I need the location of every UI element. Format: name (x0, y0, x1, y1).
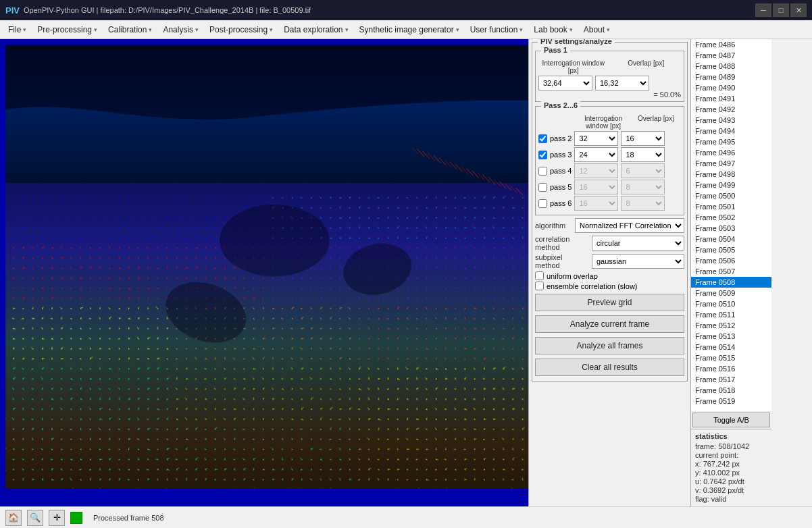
frame-item[interactable]: Frame 0519 (691, 396, 771, 406)
pass5-row: pass 5 16 8 (538, 180, 681, 194)
frame-item[interactable]: Frame 0503 (691, 223, 771, 234)
clear-all-button[interactable]: Clear all results (535, 359, 684, 376)
frame-item[interactable]: Frame 0515 (691, 352, 771, 363)
frame-item[interactable]: Frame 0508 (691, 277, 771, 288)
pass1-overlap-pct: = 50.0% (538, 90, 681, 99)
preview-grid-button[interactable]: Preview grid (535, 294, 684, 311)
frame-item[interactable]: Frame 0491 (691, 93, 771, 104)
frame-item[interactable]: Frame 0506 (691, 255, 771, 266)
piv-settings-title: PIV settings/analyze (538, 39, 615, 45)
pass2to6-title: Pass 2...6 (541, 101, 580, 109)
analyze-all-button[interactable]: Analyze all frames (535, 337, 684, 354)
menu-about[interactable]: About ▾ (578, 22, 615, 37)
algorithm-select[interactable]: Normalized FFT Correlation Direct Correl… (575, 218, 684, 233)
pass1-interr-select[interactable]: 32,64 (538, 76, 592, 90)
frame-item[interactable]: Frame 0512 (691, 320, 771, 331)
frame-item[interactable]: Frame 0498 (691, 169, 771, 180)
frame-item[interactable]: Frame 0492 (691, 104, 771, 115)
search-icon[interactable]: 🔍 (27, 510, 43, 526)
pass3-checkbox[interactable] (538, 151, 547, 159)
pass6-overlap-select[interactable]: 8 (621, 196, 665, 211)
menu-lab-book-arrow: ▾ (569, 26, 573, 33)
pass3-row: pass 3 24 18 (538, 147, 681, 162)
menu-user-function-arrow: ▾ (519, 26, 523, 33)
frame-item[interactable]: Frame 0493 (691, 115, 771, 126)
pass3-overlap-select[interactable]: 18 (621, 147, 665, 162)
pass6-checkbox[interactable] (538, 199, 547, 208)
frame-item[interactable]: Frame 0494 (691, 126, 771, 136)
frame-item[interactable]: Frame 0502 (691, 212, 771, 223)
menu-analysis[interactable]: Analysis ▾ (157, 22, 204, 37)
stats-y-row: y: 410.002 px (695, 469, 767, 477)
pass1-overlap-select[interactable]: 16,32 (595, 76, 649, 90)
frame-item[interactable]: Frame 0489 (691, 72, 771, 82)
frame-item[interactable]: Frame 0517 (691, 374, 771, 385)
algorithm-row: algorithm Normalized FFT Correlation Dir… (535, 218, 684, 233)
frame-item[interactable]: Frame 0516 (691, 363, 771, 374)
frame-item[interactable]: Frame 0513 (691, 331, 771, 342)
frame-item[interactable]: Frame 0496 (691, 147, 771, 158)
menu-file[interactable]: File ▾ (3, 22, 32, 37)
frame-item[interactable]: Frame 0488 (691, 61, 771, 72)
menu-preprocessing-arrow: ▾ (94, 26, 97, 33)
close-button[interactable]: ✕ (790, 3, 807, 17)
frame-item[interactable]: Frame 0495 (691, 136, 771, 147)
menu-data-exploration-arrow: ▾ (345, 26, 349, 33)
stats-current-point: current point: (695, 451, 767, 459)
menu-postprocessing[interactable]: Post-processing ▾ (204, 22, 278, 37)
frame-item[interactable]: Frame 0486 (691, 39, 771, 50)
frame-item[interactable]: Frame 0487 (691, 50, 771, 61)
uniform-overlap-checkbox[interactable] (535, 271, 544, 280)
pass4-overlap-select[interactable]: 6 (621, 163, 665, 178)
menu-about-arrow: ▾ (607, 26, 610, 33)
pass2-row: pass 2 32 16 (538, 131, 681, 146)
pass4-checkbox[interactable] (538, 167, 547, 176)
pass2-label: pass 2 (550, 134, 572, 142)
pass2-checkbox[interactable] (538, 134, 547, 143)
minimize-button[interactable]: ─ (755, 3, 771, 17)
frame-item[interactable]: Frame 0507 (691, 266, 771, 277)
frame-item[interactable]: Frame 0500 (691, 190, 771, 201)
menu-user-function[interactable]: User function ▾ (465, 22, 529, 37)
menu-preprocessing[interactable]: Pre-processing ▾ (32, 22, 103, 37)
stats-u-label: u: (695, 477, 701, 485)
maximize-button[interactable]: □ (773, 3, 789, 17)
menu-calibration[interactable]: Calibration ▾ (103, 22, 157, 37)
frame-item[interactable]: Frame 0511 (691, 309, 771, 320)
stats-frame-label: frame: (695, 442, 716, 450)
frame-item[interactable]: Frame 0509 (691, 288, 771, 298)
menu-lab-book[interactable]: Lab book ▾ (528, 22, 578, 37)
pass2-interr-select[interactable]: 32 (574, 131, 618, 146)
subpixel-select[interactable]: gaussian centroid parabolic (592, 254, 684, 269)
menu-data-exploration[interactable]: Data exploration ▾ (278, 22, 353, 37)
crosshair-icon[interactable]: ✛ (49, 510, 65, 526)
pass4-interr-select[interactable]: 12 (574, 163, 618, 178)
correlation-label: correlation method (535, 235, 589, 251)
toggle-ab-button[interactable]: Toggle A/B (692, 413, 770, 427)
pass5-checkbox[interactable] (538, 183, 547, 192)
stats-v-value: 0.3692 px/dt (703, 486, 744, 494)
frame-item[interactable]: Frame 0505 (691, 244, 771, 255)
frame-item[interactable]: Frame 0504 (691, 234, 771, 244)
pass5-overlap-select[interactable]: 8 (621, 180, 665, 194)
ensemble-correlation-checkbox[interactable] (535, 282, 544, 290)
pass2-overlap-select[interactable]: 16 (621, 131, 665, 146)
pass3-interr-select[interactable]: 24 (574, 147, 618, 162)
frame-item[interactable]: Frame 0501 (691, 201, 771, 212)
pass6-interr-select[interactable]: 16 (574, 196, 618, 211)
frame-item[interactable]: Frame 0497 (691, 158, 771, 169)
frame-item[interactable]: Frame 0510 (691, 298, 771, 309)
analyze-current-button[interactable]: Analyze current frame (535, 315, 684, 333)
stats-flag-row: flag: valid (695, 495, 767, 503)
frame-item[interactable]: Frame 0499 (691, 180, 771, 190)
correlation-select[interactable]: circular linear (592, 236, 684, 250)
frame-item[interactable]: Frame 0514 (691, 342, 771, 352)
piv-settings-group: PIV settings/analyze Pass 1 Interrogatio… (532, 42, 688, 381)
ensemble-correlation-label: ensemble correlation (slow) (547, 282, 638, 290)
pass5-interr-select[interactable]: 16 (574, 180, 618, 194)
home-icon[interactable]: 🏠 (5, 510, 22, 526)
frame-item[interactable]: Frame 0518 (691, 385, 771, 396)
menu-synthetic-image[interactable]: Synthetic image generator ▾ (354, 22, 465, 37)
frame-item[interactable]: Frame 0490 (691, 82, 771, 93)
pass4-row: pass 4 12 6 (538, 163, 681, 178)
